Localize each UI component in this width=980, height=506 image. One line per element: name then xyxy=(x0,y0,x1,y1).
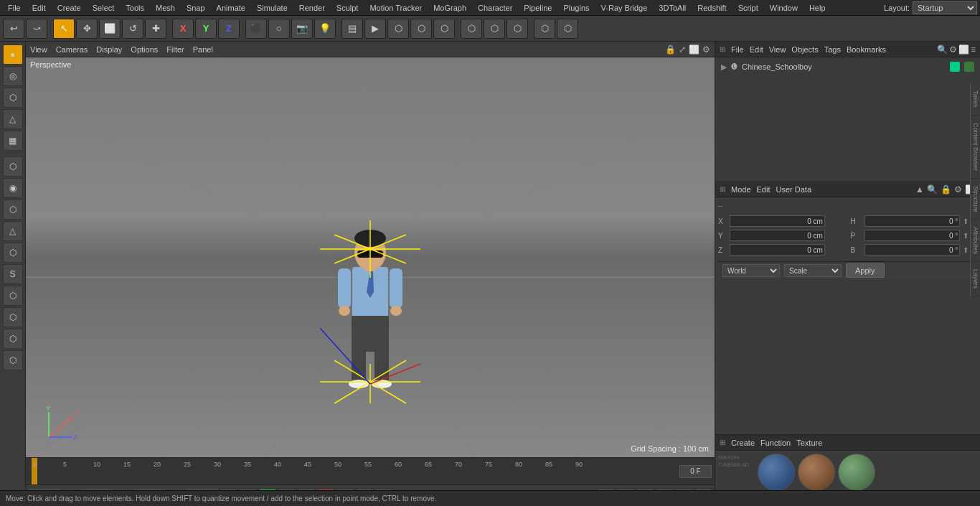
render-to-po-button[interactable]: ⬡ xyxy=(410,19,432,39)
mat-menu-function[interactable]: Function xyxy=(760,439,791,447)
coord-h-rot[interactable] xyxy=(864,215,960,227)
menu-create[interactable]: Create xyxy=(52,2,86,14)
obj-expand-icon[interactable]: ⬜ xyxy=(958,44,969,55)
redo-button[interactable]: ⤻ xyxy=(26,19,47,39)
mat-menu-create[interactable]: Create xyxy=(731,439,755,447)
camera-button[interactable]: 📷 xyxy=(291,19,313,39)
obj-settings-icon[interactable]: ⚙ xyxy=(949,44,957,55)
render-region-button[interactable]: ▤ xyxy=(341,19,363,39)
menu-motion-tracker[interactable]: Motion Tracker xyxy=(364,2,427,14)
menu-tools[interactable]: Tools xyxy=(121,2,149,14)
sidebar-tool-btn-1[interactable]: ◉ xyxy=(3,178,23,198)
vp-icon-arrows[interactable]: ⤢ xyxy=(679,44,686,55)
world-dropdown[interactable]: World xyxy=(722,264,780,277)
coord-y-pos[interactable] xyxy=(730,230,825,241)
menu-select[interactable]: Select xyxy=(88,2,120,14)
sidebar-tool-btn-8[interactable]: ⬡ xyxy=(3,329,23,349)
search-icon[interactable]: 🔍 xyxy=(937,44,948,55)
mat-menu-texture[interactable]: Texture xyxy=(796,439,822,447)
sky-button[interactable]: ⬡ xyxy=(557,19,578,39)
attr-lock-icon[interactable]: 🔒 xyxy=(941,184,951,195)
sphere-button[interactable]: ○ xyxy=(268,19,290,39)
menu-animate[interactable]: Animate xyxy=(212,2,250,14)
sidebar-mode-btn-4[interactable]: ▦ xyxy=(3,131,23,151)
render-all-button[interactable]: ⬡ xyxy=(433,19,455,39)
vp-menu-filter[interactable]: Filter xyxy=(166,45,184,54)
frame-display-input[interactable] xyxy=(679,465,712,478)
attr-settings-icon[interactable]: ⚙ xyxy=(954,184,962,195)
menu-snap[interactable]: Snap xyxy=(182,2,210,14)
vtab-layers[interactable]: Layers xyxy=(970,262,980,296)
obj-menu-edit[interactable]: Edit xyxy=(750,45,763,54)
coord-x-pos[interactable] xyxy=(730,215,825,227)
undo-button[interactable]: ↩ xyxy=(3,19,24,39)
layout-dropdown[interactable]: Startup xyxy=(913,1,977,14)
vtab-content-browser[interactable]: Content Browser xyxy=(970,116,980,179)
menu-edit[interactable]: Edit xyxy=(27,2,51,14)
menu-pipeline[interactable]: Pipeline xyxy=(519,2,557,14)
vtab-takes[interactable]: Takes xyxy=(970,83,980,116)
menu-character[interactable]: Character xyxy=(473,2,517,14)
vp-menu-view[interactable]: View xyxy=(30,45,47,54)
transform-tool-button[interactable]: ✚ xyxy=(145,19,166,39)
menu-vray[interactable]: V-Ray Bridge xyxy=(596,2,653,14)
coord-z-pos[interactable] xyxy=(730,244,825,256)
sidebar-tool-btn-2[interactable]: ⬡ xyxy=(3,200,23,220)
rotate-tool-button[interactable]: ↺ xyxy=(122,19,143,39)
z-axis-button[interactable]: Z xyxy=(218,19,240,39)
render-active-button[interactable]: ▶ xyxy=(364,19,386,39)
vp-menu-cameras[interactable]: Cameras xyxy=(56,45,88,54)
menu-render[interactable]: Render xyxy=(294,2,330,14)
scale-tool-button[interactable]: ⬜ xyxy=(99,19,121,39)
floor-button[interactable]: ⬡ xyxy=(534,19,555,39)
sidebar-tool-btn-4[interactable]: ⬡ xyxy=(3,243,23,263)
vp-icon-settings[interactable]: ⚙ xyxy=(702,44,710,55)
sidebar-mode-btn-2[interactable]: ⬡ xyxy=(3,88,23,108)
material-button[interactable]: ⬡ xyxy=(507,19,528,39)
sidebar-tool-btn-6[interactable]: ⬡ xyxy=(3,286,23,306)
timeline[interactable]: 0 5 10 15 20 25 30 35 40 45 50 55 60 65 … xyxy=(26,457,715,484)
obj-menu-bookmarks[interactable]: Bookmarks xyxy=(847,45,886,54)
attr-arrow-icon[interactable]: ▲ xyxy=(915,184,924,195)
cube-button[interactable]: ⬛ xyxy=(245,19,267,39)
attr-menu-mode[interactable]: Mode xyxy=(731,185,751,194)
menu-simulate[interactable]: Simulate xyxy=(252,2,293,14)
nurbs-button[interactable]: ⬡ xyxy=(484,19,505,39)
obj-menu-view[interactable]: View xyxy=(769,45,786,54)
obj-menu-objects[interactable]: Objects xyxy=(791,45,818,54)
select-tool-button[interactable]: ↖ xyxy=(53,19,75,39)
sidebar-mode-btn-3[interactable]: △ xyxy=(3,109,23,129)
menu-script[interactable]: Script xyxy=(733,2,763,14)
sidebar-mode-btn-0[interactable]: ● xyxy=(3,44,23,65)
attr-menu-edit[interactable]: Edit xyxy=(757,185,771,194)
obj-filter-icon[interactable]: ≡ xyxy=(971,44,976,55)
x-axis-button[interactable]: X xyxy=(172,19,194,39)
vp-menu-panel[interactable]: Panel xyxy=(193,45,213,54)
obj-menu-file[interactable]: File xyxy=(731,45,744,54)
polygon-button[interactable]: ⬡ xyxy=(461,19,482,39)
sidebar-tool-btn-5[interactable]: S xyxy=(3,264,23,284)
vp-menu-display[interactable]: Display xyxy=(96,45,122,54)
object-row-chinese-schoolboy[interactable]: ▶ 🅛 Chinese_Schoolboy xyxy=(718,60,977,73)
vp-icon-maximize[interactable]: ⬜ xyxy=(689,44,699,55)
sidebar-tool-btn-9[interactable]: ⬡ xyxy=(3,350,23,370)
sidebar-tool-btn-3[interactable]: △ xyxy=(3,221,23,241)
light-button[interactable]: 💡 xyxy=(314,19,336,39)
menu-redshift[interactable]: Redshift xyxy=(692,2,731,14)
viewport-canvas[interactable]: Perspective xyxy=(26,57,715,457)
object-render-indicator[interactable] xyxy=(964,62,974,72)
y-axis-button[interactable]: Y xyxy=(195,19,217,39)
menu-mesh[interactable]: Mesh xyxy=(151,2,180,14)
attr-search-icon[interactable]: 🔍 xyxy=(927,184,938,195)
vp-icon-lock[interactable]: 🔒 xyxy=(665,44,676,55)
scale-dropdown[interactable]: Scale xyxy=(784,264,842,277)
menu-plugins[interactable]: Plugins xyxy=(558,2,594,14)
menu-file[interactable]: File xyxy=(3,2,26,14)
menu-mograph[interactable]: MoGraph xyxy=(428,2,471,14)
sidebar-mode-btn-1[interactable]: ◎ xyxy=(3,66,23,86)
move-tool-button[interactable]: ✥ xyxy=(76,19,98,39)
obj-menu-tags[interactable]: Tags xyxy=(824,45,841,54)
object-visibility-indicator[interactable] xyxy=(950,62,960,72)
attr-menu-user-data[interactable]: User Data xyxy=(776,185,812,194)
coord-p-rot[interactable] xyxy=(864,230,960,241)
